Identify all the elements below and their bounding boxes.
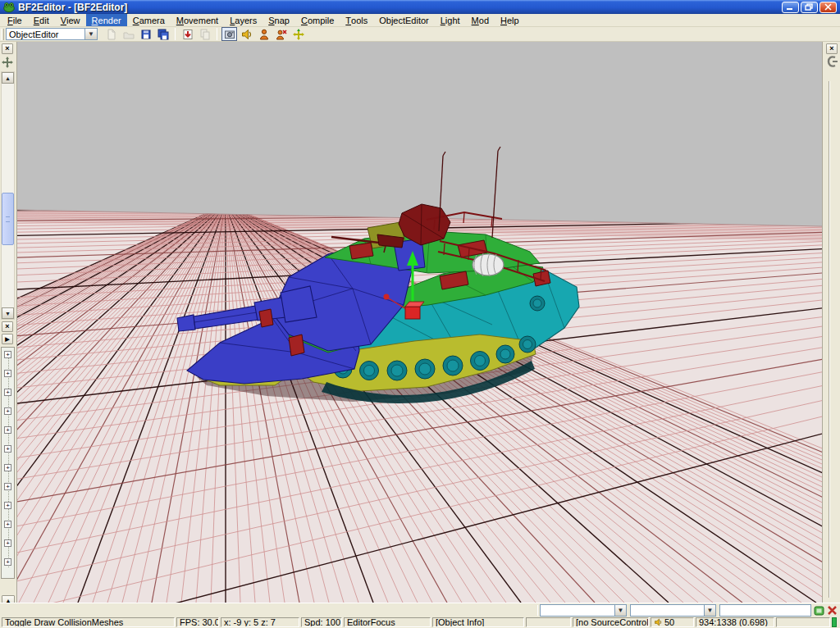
editor-mode-value: ObjectEditor <box>9 30 59 39</box>
close-button[interactable] <box>819 2 837 13</box>
copy-icon <box>199 29 211 40</box>
menu-item-tools[interactable]: Tools <box>340 14 373 26</box>
menu-item-layers[interactable]: Layers <box>224 14 262 26</box>
toolbar-save-button[interactable] <box>138 27 153 41</box>
menu-item-camera[interactable]: Camera <box>127 14 171 26</box>
chevron-down-icon[interactable]: ▼ <box>614 605 626 616</box>
menu-item-view[interactable]: View <box>55 14 86 26</box>
menu-item-edit[interactable]: Edit <box>28 14 55 26</box>
apply-icon[interactable] <box>813 604 825 617</box>
toolbar-ai-delete-button[interactable] <box>273 27 289 41</box>
chevron-down-icon[interactable]: ▼ <box>84 29 97 39</box>
object-type-combobox[interactable]: ▼ <box>630 604 716 617</box>
right-dock-rail: × <box>824 42 840 603</box>
status-object-info: [Object Info] <box>432 617 524 627</box>
panel-splitter[interactable] <box>829 81 830 598</box>
volume-icon <box>654 618 663 626</box>
toolbar-transform-axes-button[interactable] <box>290 27 306 41</box>
scroll-up-button[interactable]: ▲ <box>2 72 14 84</box>
chevron-down-icon[interactable]: ▼ <box>704 605 715 616</box>
viewport-3d[interactable] <box>16 42 823 603</box>
save-all-icon <box>158 29 169 40</box>
collapsed-tree-panel: ++++++++++++ <box>1 347 15 579</box>
status-toggle-message: Toggle Draw CollisionMeshes <box>2 617 175 627</box>
status-focus: EditorFocus <box>344 617 431 627</box>
expand-panel-button[interactable]: ▶ <box>2 334 13 344</box>
menu-item-objecteditor[interactable]: ObjectEditor <box>373 14 435 26</box>
title-bar[interactable]: BF2Editor - [BF2Editor] <box>0 0 840 14</box>
status-volume: 50 <box>651 617 694 627</box>
toolbar-render-package-button[interactable] <box>221 27 237 41</box>
tree-node-expander[interactable]: + <box>4 389 11 396</box>
right-panel-close-button[interactable]: × <box>826 43 838 54</box>
menu-bar: FileEditViewRenderCameraMovementLayersSn… <box>0 14 840 27</box>
save-icon <box>140 29 152 40</box>
toolbar-grip[interactable] <box>1 29 4 40</box>
menu-item-mod[interactable]: Mod <box>466 14 495 26</box>
tree-node-expander[interactable]: + <box>4 464 11 471</box>
import-icon <box>123 29 135 40</box>
left-bottom-panel-close-button[interactable]: × <box>2 321 13 332</box>
load-object-icon <box>182 29 194 40</box>
left-panel-scrollbar[interactable]: ▲ ▼ <box>1 71 15 320</box>
minimize-button[interactable] <box>782 2 799 13</box>
menu-item-light[interactable]: Light <box>435 14 466 26</box>
toolbar-separator <box>175 28 176 40</box>
render-package-icon <box>224 29 235 40</box>
scroll-down-button[interactable]: ▼ <box>2 307 14 319</box>
arrow-right-icon: ▶ <box>5 335 9 343</box>
transform-axes-icon <box>293 29 304 40</box>
status-bar: Toggle Draw CollisionMeshesFPS: 30.0x: -… <box>0 617 840 628</box>
tree-node-expander[interactable]: + <box>4 521 11 528</box>
toolbar-ai-soldier-button[interactable] <box>256 27 272 41</box>
restore-icon <box>805 3 814 11</box>
status-empty-2 <box>776 617 830 627</box>
toolbar-new-file-button[interactable] <box>103 27 119 41</box>
ai-delete-icon <box>276 29 287 40</box>
main-toolbar: ObjectEditor ▼ <box>0 27 840 42</box>
toolbar-copy-button[interactable] <box>197 27 212 41</box>
toolbar-import-button[interactable] <box>121 27 136 41</box>
menu-item-compile[interactable]: Compile <box>295 14 340 26</box>
toolbar-save-all-button[interactable] <box>155 27 171 41</box>
tree-node-expander[interactable]: + <box>4 558 11 566</box>
object-filter-combobox[interactable]: ▼ <box>540 604 627 617</box>
tree-node-expander[interactable]: + <box>4 407 11 415</box>
status-source-control: [no SourceControl] <box>573 617 649 627</box>
scrollbar-thumb[interactable] <box>2 193 14 245</box>
canvas-roll-mesh <box>472 253 504 276</box>
menu-item-render[interactable]: Render <box>86 14 127 26</box>
bottom-toolbar: ▼ ▼ <box>0 603 840 617</box>
minimize-icon <box>786 3 795 11</box>
menu-item-file[interactable]: File <box>2 14 28 26</box>
toolbar-separator <box>537 605 538 616</box>
editor-mode-combobox[interactable]: ObjectEditor ▼ <box>6 28 98 40</box>
tree-node-expander[interactable]: + <box>4 539 11 547</box>
search-input[interactable] <box>719 604 811 617</box>
tree-node-expander[interactable]: + <box>4 502 11 509</box>
left-top-panel-close-button[interactable]: × <box>2 43 13 54</box>
tree-node-expander[interactable]: + <box>4 351 11 358</box>
gizmo-origin-cube[interactable] <box>405 307 420 319</box>
tank-collision-mesh[interactable] <box>17 42 822 603</box>
status-speed: Spd: 100 % <box>301 617 342 627</box>
menu-item-help[interactable]: Help <box>495 14 525 26</box>
tree-node-expander[interactable]: + <box>4 483 11 490</box>
restore-button[interactable] <box>801 2 818 13</box>
main-area: × ▲ ▼ × ▶ ++++++++++++ <box>0 42 840 603</box>
tree-node-expander[interactable]: + <box>4 426 11 434</box>
app-icon <box>3 2 15 12</box>
ai-soldier-icon <box>258 29 270 40</box>
toolbar-sound-button[interactable] <box>239 27 254 41</box>
clamp-icon[interactable] <box>825 56 838 69</box>
tree-node-expander[interactable]: + <box>4 370 11 377</box>
clear-icon[interactable] <box>826 604 838 617</box>
selection-point[interactable] <box>384 294 390 300</box>
tree-node-expander[interactable]: + <box>4 445 11 453</box>
toolbar-load-object-button[interactable] <box>180 27 195 41</box>
menu-item-snap[interactable]: Snap <box>262 14 295 26</box>
menu-item-movement[interactable]: Movement <box>171 14 224 26</box>
move-tool-icon[interactable] <box>1 56 14 69</box>
status-ratio: 934:1338 (0.698) <box>696 617 774 627</box>
status-grip <box>832 617 837 627</box>
